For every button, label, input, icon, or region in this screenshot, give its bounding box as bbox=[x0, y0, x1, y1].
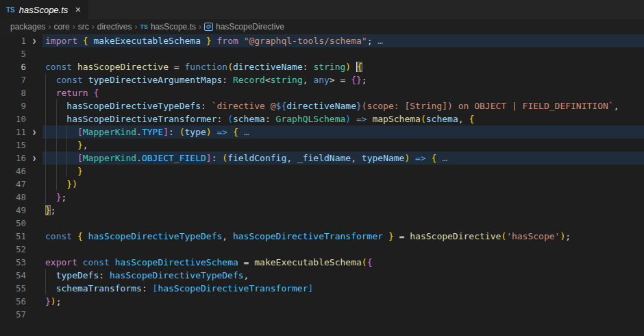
code-token: : bbox=[216, 114, 227, 124]
line-number[interactable]: 8 bbox=[0, 86, 26, 99]
code-line[interactable]: 54❯ typeDefs: hasScopeDirectiveTypeDefs, bbox=[0, 269, 644, 282]
code-line[interactable]: 16❯ [MapperKind.OBJECT_FIELD]: (fieldCon… bbox=[0, 152, 644, 165]
code-text: }); bbox=[42, 295, 644, 308]
code-token: string bbox=[313, 62, 345, 72]
line-number[interactable]: 47 bbox=[0, 178, 26, 191]
code-line[interactable]: 8❯ return { bbox=[0, 86, 644, 99]
code-token bbox=[45, 192, 56, 202]
code-line[interactable]: 10❯ hasScopeDirectiveTransformer: (schem… bbox=[0, 112, 644, 125]
code-text: schemaTransforms: [hasScopeDirectiveTran… bbox=[42, 282, 644, 295]
line-number[interactable]: 11 bbox=[0, 125, 26, 139]
line-number[interactable]: 1 bbox=[0, 34, 26, 47]
code-token bbox=[45, 75, 56, 85]
gutter: 16❯ bbox=[0, 152, 42, 165]
close-icon[interactable]: ✕ bbox=[75, 5, 81, 14]
code-line[interactable]: 1❯import { makeExecutableSchema } from "… bbox=[0, 34, 644, 47]
line-number[interactable]: 56 bbox=[0, 295, 26, 308]
indent-guide bbox=[45, 165, 46, 178]
code-line[interactable]: 6❯const hasScopeDirective = function(dir… bbox=[0, 60, 644, 73]
indent-guide bbox=[45, 282, 46, 295]
typescript-file-icon: TS bbox=[6, 6, 15, 14]
code-token: ( bbox=[222, 153, 227, 163]
line-number[interactable]: 49 bbox=[0, 204, 26, 217]
line-number[interactable]: 15 bbox=[0, 139, 26, 152]
code-editor[interactable]: 1❯import { makeExecutableSchema } from "… bbox=[0, 34, 644, 336]
indent-guide bbox=[45, 152, 46, 165]
code-token: const bbox=[45, 62, 77, 72]
line-number[interactable]: 53 bbox=[0, 256, 26, 269]
indent-guide bbox=[45, 178, 46, 191]
line-number[interactable]: 16 bbox=[0, 152, 26, 165]
breadcrumb-symbol-label: hasScopeDirective bbox=[216, 22, 284, 32]
code-token: . bbox=[136, 127, 142, 137]
line-number[interactable]: 50 bbox=[0, 217, 26, 230]
line-number[interactable]: 46 bbox=[0, 165, 26, 178]
code-line[interactable]: 47❯ }) bbox=[0, 178, 644, 191]
code-line[interactable]: 56❯}); bbox=[0, 295, 644, 308]
indent-guide bbox=[66, 125, 67, 139]
line-number[interactable]: 54 bbox=[0, 269, 26, 282]
code-token: TYPE bbox=[142, 127, 163, 137]
line-number[interactable]: 55 bbox=[0, 282, 26, 295]
line-number[interactable]: 57 bbox=[0, 308, 26, 321]
code-line[interactable]: 55❯ schemaTransforms: [hasScopeDirective… bbox=[0, 282, 644, 295]
code-token: hasScopeDirectiveTypeDefs bbox=[66, 101, 201, 111]
code-line[interactable]: 11❯ [MapperKind.TYPE]: (type) => { … bbox=[0, 125, 644, 139]
code-line[interactable]: 49❯}; bbox=[0, 204, 644, 217]
code-token: { bbox=[233, 127, 244, 137]
code-line[interactable]: 52❯ bbox=[0, 243, 644, 256]
line-number[interactable]: 9 bbox=[0, 99, 26, 112]
line-number[interactable]: 48 bbox=[0, 191, 26, 204]
code-token: = bbox=[238, 257, 254, 267]
code-token: const bbox=[45, 231, 77, 241]
fold-chevron-icon[interactable]: ❯ bbox=[26, 152, 42, 165]
code-line[interactable]: 51❯const { hasScopeDirectiveTypeDefs, ha… bbox=[0, 230, 644, 243]
code-text: import { makeExecutableSchema } from "@g… bbox=[42, 34, 644, 47]
gutter: 5❯ bbox=[0, 47, 42, 60]
code-token: hasScopeDirectiveSchema bbox=[115, 257, 238, 267]
fold-chevron-icon[interactable]: ❯ bbox=[26, 125, 42, 139]
code-line[interactable]: 53❯export const hasScopeDirectiveSchema … bbox=[0, 256, 644, 269]
code-line[interactable]: 9❯ hasScopeDirectiveTypeDefs: `directive… bbox=[0, 99, 644, 112]
code-text: return { bbox=[42, 86, 644, 99]
line-number[interactable]: 10 bbox=[0, 112, 26, 125]
code-token: , bbox=[351, 153, 362, 163]
code-line[interactable]: 7❯ const typeDirectiveArgumentMaps: Reco… bbox=[0, 73, 644, 86]
breadcrumb-item-directives[interactable]: directives bbox=[97, 22, 132, 32]
code-token: ) bbox=[345, 62, 351, 72]
code-token: . bbox=[136, 153, 142, 163]
breadcrumb-item-core[interactable]: core bbox=[53, 22, 69, 32]
line-number[interactable]: 6 bbox=[0, 60, 26, 73]
code-line[interactable]: 46❯ } bbox=[0, 165, 644, 178]
line-number[interactable]: 5 bbox=[0, 47, 26, 60]
code-token: 'hasScope' bbox=[506, 231, 560, 241]
code-line[interactable]: 5❯ bbox=[0, 47, 644, 60]
tab-hasscope-ts[interactable]: TS hasScope.ts ✕ bbox=[0, 0, 88, 19]
code-token: : bbox=[265, 114, 276, 124]
line-number[interactable]: 52 bbox=[0, 243, 26, 256]
code-line[interactable]: 15❯ }, bbox=[0, 139, 644, 152]
code-token: ; bbox=[565, 231, 571, 241]
code-line[interactable]: 57❯ bbox=[0, 308, 644, 321]
breadcrumb-item-src[interactable]: src bbox=[78, 22, 89, 32]
code-token: } bbox=[383, 231, 394, 241]
chevron-right-icon: › bbox=[132, 22, 140, 32]
breadcrumb-item-packages[interactable]: packages bbox=[10, 22, 45, 32]
code-token: any bbox=[313, 75, 329, 85]
indent-guide bbox=[56, 112, 57, 125]
code-token: makeExecutableSchema bbox=[254, 257, 362, 267]
code-token: MapperKind bbox=[83, 127, 136, 137]
code-line[interactable]: 48❯ }; bbox=[0, 191, 644, 204]
indent-guide bbox=[66, 139, 67, 152]
gutter: 7❯ bbox=[0, 73, 42, 86]
line-number[interactable]: 7 bbox=[0, 73, 26, 86]
code-token: schema bbox=[426, 114, 458, 124]
code-line[interactable]: 50❯ bbox=[0, 217, 644, 230]
code-token: type bbox=[185, 127, 206, 137]
fold-chevron-icon[interactable]: ❯ bbox=[26, 34, 42, 47]
line-number[interactable]: 51 bbox=[0, 230, 26, 243]
breadcrumb-item-symbol[interactable]: @ hasScopeDirective bbox=[204, 22, 284, 32]
code-token: "@graphql-tools/schema" bbox=[244, 36, 367, 46]
breadcrumb-item-file[interactable]: TS hasScope.ts bbox=[140, 22, 196, 32]
tab-title: hasScope.ts bbox=[19, 5, 69, 15]
